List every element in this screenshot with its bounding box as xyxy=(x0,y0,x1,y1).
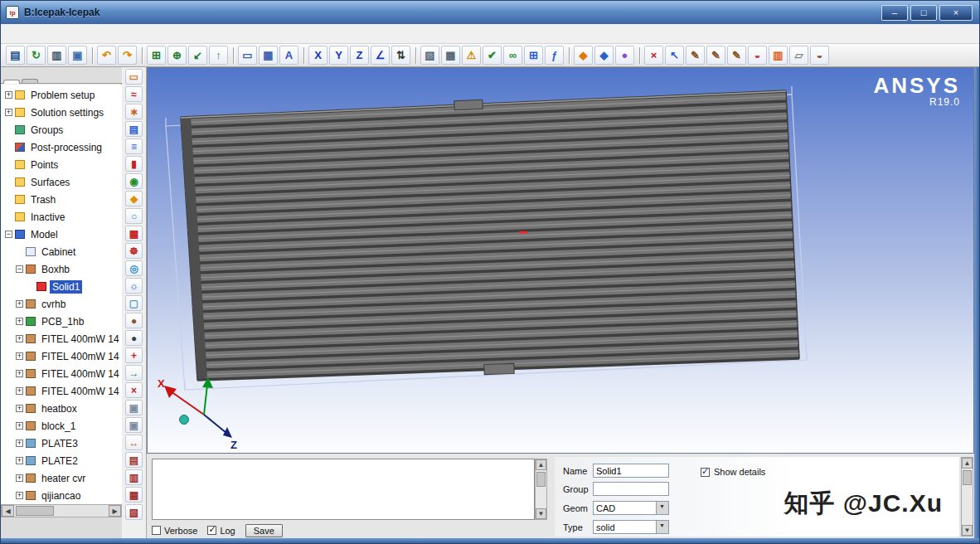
menu-item-post[interactable] xyxy=(125,32,142,36)
tree-item-points[interactable]: Points xyxy=(1,156,122,173)
scroll-up-icon[interactable]: ▲ xyxy=(536,459,546,470)
tab-library[interactable] xyxy=(22,79,38,83)
chevron-down-icon[interactable] xyxy=(656,521,668,533)
toolbar-button-thermal[interactable]: ◒ xyxy=(748,46,767,65)
side-button-opening[interactable]: ▭ xyxy=(125,69,143,85)
tree-expander-icon[interactable]: + xyxy=(16,405,23,412)
side-button-edit-d[interactable]: ▧ xyxy=(125,504,143,520)
toolbar-button-capture[interactable]: ▣ xyxy=(68,46,87,65)
toolbar-button-check-alert[interactable]: ⚠ xyxy=(462,46,481,65)
tree-item-boxhb[interactable]: − Boxhb xyxy=(1,260,122,278)
menu-item-view[interactable] xyxy=(42,32,59,36)
toolbar-button-zoom-in[interactable]: ⊕ xyxy=(167,46,187,65)
toolbar-button-full-window[interactable]: ▭ xyxy=(238,46,257,65)
toolbar-button-abort[interactable]: × xyxy=(644,46,663,65)
toolbar-button-scale-fit[interactable]: ⇅ xyxy=(391,46,410,65)
viewport-3d[interactable]: X Z ANSYS R19.0 xyxy=(147,67,974,454)
scrollbar-thumb[interactable] xyxy=(536,472,546,487)
side-button-ring[interactable]: ○ xyxy=(125,208,143,224)
toolbar-button-tile-windows[interactable]: ▦ xyxy=(259,46,278,65)
scrollbar-thumb[interactable] xyxy=(963,470,972,485)
side-button-battery[interactable]: ▮ xyxy=(125,156,143,172)
name-field[interactable] xyxy=(593,464,669,478)
close-button[interactable]: × xyxy=(939,5,973,21)
tab-project[interactable] xyxy=(3,80,20,84)
log-checkbox[interactable] xyxy=(207,526,216,535)
tree-expander-icon[interactable]: − xyxy=(5,231,12,238)
toolbar-button-contour[interactable]: ▥ xyxy=(769,46,788,65)
minimize-button[interactable]: – xyxy=(881,5,908,21)
tree-expander-icon[interactable]: + xyxy=(16,370,23,377)
side-button-edit-a[interactable]: ▤ xyxy=(125,452,143,468)
menu-item-report[interactable] xyxy=(142,32,158,36)
tree-item-post-processing[interactable]: Post-processing xyxy=(1,138,122,156)
toolbar-button-pan[interactable]: ↙ xyxy=(188,46,207,65)
show-details-checkbox[interactable] xyxy=(701,468,710,477)
tree-expander-icon[interactable]: + xyxy=(5,109,12,116)
viewport-canvas[interactable] xyxy=(148,68,973,453)
tree-horizontal-scrollbar[interactable]: ◀ ▶ xyxy=(1,504,122,517)
tree-item-inactive[interactable]: Inactive xyxy=(1,208,122,226)
toolbar-button-undo[interactable]: ↶ xyxy=(97,46,116,65)
tree-item-heater-cvr[interactable]: + heater cvr xyxy=(1,469,122,487)
menu-item-help[interactable] xyxy=(175,32,192,36)
tree-item-heatbox[interactable]: + heatbox xyxy=(1,400,122,417)
toolbar-button-axis-z[interactable]: Z xyxy=(350,46,369,65)
menu-item-solve[interactable] xyxy=(109,32,125,36)
toolbar-button-rotate[interactable]: ↑ xyxy=(209,46,228,65)
tree-item-trash[interactable]: Trash xyxy=(1,191,122,208)
side-button-led[interactable]: ◉ xyxy=(125,173,143,189)
type-select[interactable]: solid xyxy=(593,520,669,534)
toolbar-button-print[interactable]: ▥ xyxy=(47,46,66,65)
side-button-copy[interactable]: ▣ xyxy=(125,400,143,415)
tree-expander-icon[interactable]: + xyxy=(16,352,23,360)
tree-expander-icon[interactable]: + xyxy=(16,300,23,308)
side-button-move[interactable]: ↔ xyxy=(125,435,143,450)
tree-expander-icon[interactable]: − xyxy=(16,265,23,273)
tree-item-fitel-400mw-14-3[interactable]: + FITEL 400mW 14 xyxy=(1,365,122,382)
menu-item-macros[interactable] xyxy=(75,32,92,36)
toolbar-button-solve[interactable]: ◆ xyxy=(574,46,593,65)
toolbar-button-examine[interactable]: ∞ xyxy=(503,46,522,65)
toolbar-button-axis-x[interactable]: X xyxy=(308,46,327,65)
tree-item-pcb-1hb[interactable]: + PCB_1hb xyxy=(1,313,122,330)
tree-expander-icon[interactable]: + xyxy=(16,422,23,430)
side-button-list[interactable]: ≡ xyxy=(125,138,143,154)
maximize-button[interactable]: □ xyxy=(910,5,937,21)
tree-item-groups[interactable]: Groups xyxy=(1,121,122,138)
toolbar-button-edit-ax[interactable]: ✎ xyxy=(686,46,705,65)
toolbar-button-edit-at[interactable]: ✎ xyxy=(706,46,725,65)
toolbar-button-axis-y[interactable]: Y xyxy=(329,46,348,65)
toolbar-button-select[interactable]: ↖ xyxy=(665,46,684,65)
side-button-edit-c[interactable]: ▦ xyxy=(125,487,143,503)
toolbar-button-gray-tool[interactable]: ▱ xyxy=(789,46,808,65)
tree-item-problem-setup[interactable]: + Problem setup xyxy=(1,86,122,104)
side-button-grille[interactable]: ≈ xyxy=(125,86,143,102)
tree-item-model[interactable]: − Model xyxy=(1,226,122,243)
scroll-right-icon[interactable]: ▶ xyxy=(109,505,121,517)
tree-expander-icon[interactable]: + xyxy=(16,474,23,482)
tree-expander-icon[interactable]: + xyxy=(16,335,23,342)
toolbar-button-reload[interactable]: ↻ xyxy=(27,46,46,65)
tree-expander-icon[interactable]: + xyxy=(16,440,23,447)
chevron-down-icon[interactable] xyxy=(656,502,668,514)
scrollbar-thumb[interactable] xyxy=(16,506,54,516)
tree-item-fitel-400mw-14-1[interactable]: + FITEL 400mW 14 xyxy=(1,330,122,347)
tree-item-solid1[interactable]: Solid1 xyxy=(1,278,122,295)
side-button-vent[interactable]: ▦ xyxy=(125,226,143,241)
tree-expander-icon[interactable]: + xyxy=(5,91,12,99)
side-button-fan[interactable]: ☸ xyxy=(125,243,143,259)
side-button-sphere[interactable]: ● xyxy=(125,330,143,346)
toolbar-button-monitor[interactable]: ◆ xyxy=(594,46,614,65)
tree-item-cabinet[interactable]: Cabinet xyxy=(1,243,122,260)
tree-expander-icon[interactable]: + xyxy=(16,457,23,464)
toolbar-button-edit-aid[interactable]: ✎ xyxy=(727,46,746,65)
tree-item-block-1[interactable]: + block_1 xyxy=(1,417,122,435)
side-button-edit-b[interactable]: ▥ xyxy=(125,469,143,485)
menu-item-orient[interactable] xyxy=(59,32,75,36)
toolbar-button-isometric[interactable]: ∠ xyxy=(371,46,390,65)
toolbar-button-model-shaded[interactable]: ▧ xyxy=(420,46,439,65)
toolbar-button-redo[interactable]: ↷ xyxy=(118,46,137,65)
side-button-probe[interactable]: + xyxy=(125,347,143,363)
side-button-import[interactable]: → xyxy=(125,365,143,381)
